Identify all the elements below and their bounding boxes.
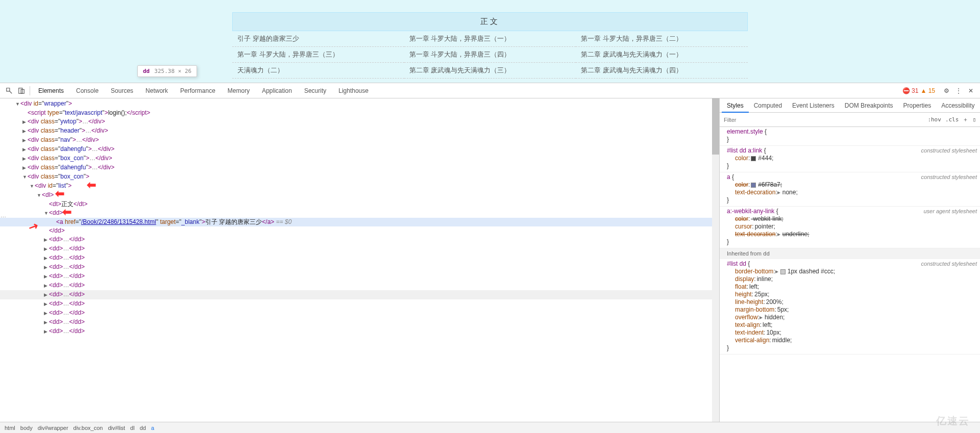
- chapter-cell[interactable]: 第二章 废武魂与先天满魂力（一）: [576, 47, 748, 63]
- chapter-table: 正文 引子 穿越的唐家三少第一章 斗罗大陆，异界唐三（一）第一章 斗罗大陆，异界…: [232, 12, 748, 83]
- chapter-cell[interactable]: 第二章 废武魂与先天满魂力（三）: [404, 63, 576, 79]
- element-tooltip: dd 325.38 × 26: [137, 65, 197, 77]
- chapter-cell[interactable]: 第一章 斗罗大陆，异界唐三（二）: [576, 31, 748, 47]
- chapter-row: 引子 穿越的唐家三少第一章 斗罗大陆，异界唐三（一）第一章 斗罗大陆，异界唐三（…: [232, 31, 748, 47]
- tooltip-tag: dd: [143, 68, 150, 74]
- chapter-cell[interactable]: 引子 穿越的唐家三少: [232, 31, 404, 47]
- chapter-cell[interactable]: 第二章 废武魂与先天满魂力（四）: [576, 63, 748, 79]
- chapter-row: 天满魂力（二）第二章 废武魂与先天满魂力（三）第二章 废武魂与先天满魂力（四）: [232, 63, 748, 79]
- chapter-row: 第一章 斗罗大陆，异界唐三（三）第一章 斗罗大陆，异界唐三（四）第二章 废武魂与…: [232, 47, 748, 63]
- chapter-cell[interactable]: 第一章 斗罗大陆，异界唐三（四）: [404, 47, 576, 63]
- chapter-cell[interactable]: 第一章 斗罗大陆，异界唐三（三）: [232, 47, 404, 63]
- chapter-cell[interactable]: 天满魂力（二）: [232, 63, 404, 79]
- chapter-header: 正文: [232, 12, 748, 31]
- chapter-cell[interactable]: 第一章 斗罗大陆，异界唐三（一）: [404, 31, 576, 47]
- tooltip-dimensions: 325.38 × 26: [154, 68, 191, 74]
- chapter-rows: 引子 穿越的唐家三少第一章 斗罗大陆，异界唐三（一）第一章 斗罗大陆，异界唐三（…: [232, 31, 748, 79]
